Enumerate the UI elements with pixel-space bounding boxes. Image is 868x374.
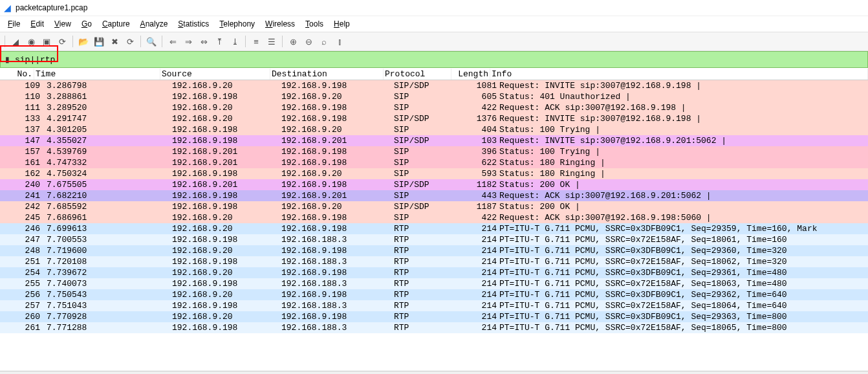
menu-statistics[interactable]: Statistics (173, 18, 214, 30)
packet-row[interactable]: 2487.719600192.168.9.20192.168.9.198RTP2… (0, 245, 868, 256)
menu-tools[interactable]: Tools (300, 18, 329, 30)
search-icon[interactable]: 🔍 (144, 34, 158, 49)
cell-proto: SIP (393, 157, 460, 168)
menu-go[interactable]: Go (76, 18, 97, 30)
cell-no: 109 (0, 80, 45, 91)
col-hdr-length[interactable]: Length (451, 69, 490, 80)
cell-proto: RTP (393, 322, 460, 333)
cell-no: 240 (0, 179, 45, 190)
cell-src: 192.168.9.198 (171, 190, 280, 201)
menu-wireless[interactable]: Wireless (260, 18, 300, 30)
cell-info: Request: INVITE sip:3007@192.168.9.198 | (498, 113, 868, 124)
shark-fin-icon[interactable]: ◢ (8, 34, 23, 49)
cell-src: 192.168.9.198 (171, 234, 280, 245)
cell-proto: RTP (393, 300, 460, 311)
cell-proto: SIP (393, 168, 460, 179)
cell-proto: SIP (393, 124, 460, 135)
packet-list-header: No. Time Source Destination Protocol Len… (0, 68, 868, 80)
cell-time: 7.770928 (45, 311, 171, 322)
col-hdr-info[interactable]: Info (490, 69, 868, 80)
arrow-right-icon[interactable]: ⇒ (181, 34, 195, 49)
col-hdr-source[interactable]: Source (160, 69, 270, 80)
cell-len: 214 (460, 256, 498, 267)
packet-row[interactable]: 1474.355027192.168.9.198192.168.9.201SIP… (0, 135, 868, 146)
menu-edit[interactable]: Edit (25, 18, 49, 30)
cell-dst: 192.168.188.3 (280, 234, 393, 245)
packet-row[interactable]: 2427.685592192.168.9.198192.168.9.20SIP/… (0, 201, 868, 212)
packet-row[interactable]: 1334.291747192.168.9.20192.168.9.198SIP/… (0, 113, 868, 124)
menu-capture[interactable]: Capture (97, 18, 135, 30)
circle-icon[interactable]: ◉ (24, 34, 38, 49)
reload-icon[interactable]: ⟳ (123, 34, 137, 49)
cell-info: Request: INVITE sip:3007@192.168.9.198 | (498, 80, 868, 91)
cell-info: Request: ACK sip:3007@192.168.9.198:5060… (498, 212, 868, 223)
cell-dst: 192.168.9.20 (280, 124, 393, 135)
folder-open-icon[interactable]: 📂 (76, 34, 91, 49)
menu-help[interactable]: Help (329, 18, 355, 30)
cell-info: Status: 200 OK | (498, 201, 868, 212)
cell-info: PT=ITU-T G.711 PCMU, SSRC=0x3DFB09C1, Se… (498, 245, 868, 256)
menu-analyze[interactable]: Analyze (135, 18, 173, 30)
cell-proto: SIP (393, 102, 460, 113)
packet-row[interactable]: 2577.751043192.168.9.198192.168.188.3RTP… (0, 300, 868, 311)
packet-row[interactable]: 2547.739672192.168.9.20192.168.9.198RTP2… (0, 267, 868, 278)
filter-bookmark-icon[interactable]: ▮ (1, 55, 14, 64)
packet-row[interactable]: 2477.700553192.168.9.198192.168.188.3RTP… (0, 234, 868, 245)
packet-row[interactable]: 1614.747332192.168.9.201192.168.9.198SIP… (0, 157, 868, 168)
packet-row[interactable]: 1574.539769192.168.9.201192.168.9.198SIP… (0, 146, 868, 157)
packet-row[interactable]: 2607.770928192.168.9.20192.168.9.198RTP2… (0, 311, 868, 322)
cell-no: 242 (0, 201, 45, 212)
resize-cols-icon[interactable]: ⫿ (332, 34, 347, 49)
cell-src: 192.168.9.20 (171, 80, 280, 91)
stop-icon[interactable]: ▣ (39, 34, 54, 49)
packet-row[interactable]: 2407.675505192.168.9.201192.168.9.198SIP… (0, 179, 868, 190)
packet-row[interactable]: 2457.686961192.168.9.20192.168.9.198SIP4… (0, 212, 868, 223)
packet-row[interactable]: 2467.699613192.168.9.20192.168.9.198RTP2… (0, 223, 868, 234)
cell-info: Request: INVITE sip:3007@192.168.9.201:5… (498, 135, 868, 146)
save-icon[interactable]: 💾 (92, 34, 106, 49)
packet-row[interactable]: 2517.720108192.168.9.198192.168.188.3RTP… (0, 256, 868, 267)
arrow-left-icon[interactable]: ⇐ (166, 34, 180, 49)
cell-src: 192.168.9.201 (171, 179, 280, 190)
packet-row[interactable]: 2417.682210192.168.9.198192.168.9.201SIP… (0, 190, 868, 201)
restart-icon[interactable]: ⟳ (55, 34, 69, 49)
col-hdr-time[interactable]: Time (34, 69, 160, 80)
window-title: packetcapture1.pcap (16, 3, 87, 12)
go-first-icon[interactable]: ⤒ (212, 34, 226, 49)
packet-row[interactable]: 1093.286798192.168.9.20192.168.9.198SIP/… (0, 80, 868, 91)
packet-row[interactable]: 1374.301205192.168.9.198192.168.9.20SIP4… (0, 124, 868, 135)
cell-dst: 192.168.9.198 (280, 113, 393, 124)
packet-row[interactable]: 2567.750543192.168.9.20192.168.9.198RTP2… (0, 289, 868, 300)
toolbar-separator (282, 36, 283, 47)
packet-row[interactable]: 2557.740073192.168.9.198192.168.188.3RTP… (0, 278, 868, 289)
jump-icon[interactable]: ⇔ (197, 34, 211, 49)
cell-no: 246 (0, 223, 45, 234)
menu-file[interactable]: File (3, 18, 25, 30)
cell-len: 214 (460, 311, 498, 322)
zoom-in-icon[interactable]: ⊕ (286, 34, 300, 49)
packet-row[interactable]: 2617.771288192.168.9.198192.168.188.3RTP… (0, 322, 868, 333)
zoom-reset-icon[interactable]: ⌕ (317, 34, 331, 49)
menu-view[interactable]: View (49, 18, 76, 30)
packet-row[interactable]: 1103.288861192.168.9.198192.168.9.20SIP6… (0, 91, 868, 102)
zoom-out-icon[interactable]: ⊖ (301, 34, 316, 49)
col-hdr-no[interactable]: No. (0, 69, 34, 80)
display-filter-input[interactable] (14, 55, 867, 65)
cell-time: 4.301205 (45, 124, 171, 135)
cell-src: 192.168.9.20 (171, 289, 280, 300)
colorize-icon[interactable]: ☰ (265, 34, 279, 49)
col-hdr-dest[interactable]: Destination (270, 69, 384, 80)
cell-dst: 192.168.9.20 (280, 168, 393, 179)
close-icon[interactable]: ✖ (107, 34, 122, 49)
cell-len: 422 (460, 102, 498, 113)
autoscroll-icon[interactable]: ≡ (249, 34, 263, 49)
packet-row[interactable]: 1113.289520192.168.9.20192.168.9.198SIP4… (0, 102, 868, 113)
menu-telephony[interactable]: Telephony (214, 18, 260, 30)
packet-row[interactable]: 1624.750324192.168.9.198192.168.9.20SIP5… (0, 168, 868, 179)
cell-dst: 192.168.188.3 (280, 300, 393, 311)
go-last-icon[interactable]: ⤓ (228, 34, 242, 49)
packet-list-pane[interactable]: No. Time Source Destination Protocol Len… (0, 68, 868, 371)
cell-info: Status: 180 Ringing | (498, 157, 868, 168)
col-hdr-protocol[interactable]: Protocol (384, 69, 451, 80)
cell-no: 256 (0, 289, 45, 300)
